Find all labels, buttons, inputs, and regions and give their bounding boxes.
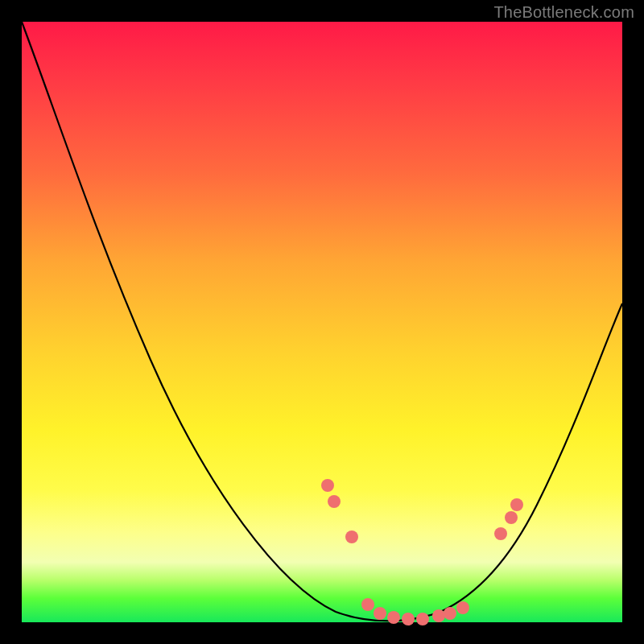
curve-group (22, 22, 622, 621)
bottleneck-curve (22, 22, 622, 621)
marker-group (321, 479, 523, 625)
data-marker (456, 601, 469, 614)
data-marker (402, 613, 415, 625)
data-marker (432, 609, 445, 622)
data-marker (505, 511, 518, 524)
chart-svg (22, 22, 622, 622)
data-marker (510, 498, 523, 511)
data-marker (374, 607, 386, 620)
data-marker (444, 607, 456, 620)
data-marker (345, 530, 358, 543)
data-marker (328, 495, 341, 508)
data-marker (361, 598, 374, 611)
watermark-text: TheBottleneck.com (493, 3, 634, 22)
data-marker (387, 611, 400, 624)
data-marker (321, 479, 334, 492)
chart-frame: TheBottleneck.com (0, 0, 644, 644)
data-marker (416, 613, 429, 625)
data-marker (494, 527, 507, 540)
